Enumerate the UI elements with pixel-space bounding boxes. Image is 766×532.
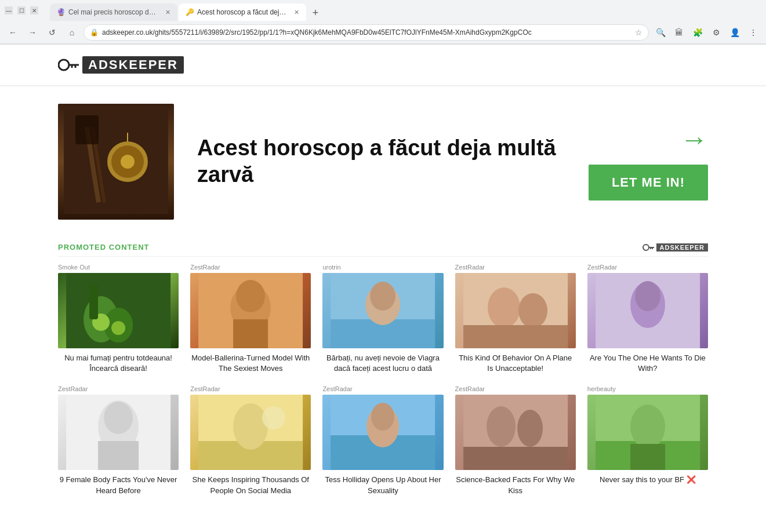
tab2-favicon: 🔑 — [186, 8, 194, 16]
content-item-9[interactable]: ZestRadar Science-Backed Facts For Why W… — [455, 385, 576, 495]
promoted-section: PROMOTED CONTENT ADSKEEPER Smoke Out — [0, 237, 766, 502]
svg-point-49 — [517, 410, 543, 447]
title-1: Nu mai fumați pentru totdeauna! Încearcă… — [58, 353, 179, 374]
forward-button[interactable]: → — [24, 24, 41, 41]
adskeeper-logo-small: ADSKEEPER — [642, 243, 708, 252]
content-item-7[interactable]: ZestRadar She Keeps Inspiring Thousands … — [190, 385, 311, 495]
hero-cta: → LET ME IN! — [589, 123, 708, 201]
svg-point-7 — [121, 155, 135, 169]
promoted-label: PROMOTED CONTENT — [58, 243, 150, 252]
lock-icon: 🔒 — [90, 28, 99, 37]
tab2-close-icon[interactable]: ✕ — [294, 9, 299, 16]
title-6: 9 Female Body Facts You've Never Heard B… — [58, 475, 179, 495]
content-item-10[interactable]: herbeauty Never say this to your BF ❌ — [587, 385, 708, 495]
zoom-button[interactable]: 🔍 — [652, 24, 669, 41]
svg-rect-54 — [630, 444, 665, 470]
tabs-bar: 🔮 Cel mai precis horoscop de la D... ✕ 🔑… — [45, 0, 328, 21]
svg-point-41 — [233, 403, 268, 450]
title-4: This Kind Of Behavior On A Plane Is Unac… — [455, 353, 576, 374]
site-header: ADSKEEPER — [0, 45, 766, 86]
page-content: ADSKEEPER Acest horoscop a făcut d — [0, 45, 766, 525]
logo: ADSKEEPER — [58, 56, 708, 74]
logo-text: ADSKEEPER — [82, 56, 184, 74]
content-item-2[interactable]: ZestRadar Model-Ballerina-Turned Model W… — [190, 264, 311, 374]
svg-point-22 — [236, 280, 265, 312]
browser-toolbar: ← → ↺ ⌂ 🔒 adskeeper.co.uk/ghits/5557211/… — [0, 21, 766, 44]
hero-arrow-icon: → — [680, 123, 708, 155]
thumb-4 — [455, 273, 576, 348]
back-button[interactable]: ← — [5, 24, 21, 41]
source-10: herbeauty — [587, 385, 708, 392]
svg-point-29 — [488, 287, 520, 328]
thumb-2 — [190, 273, 311, 348]
address-text: adskeeper.co.uk/ghits/5557211/i/63989/2/… — [102, 28, 631, 37]
thumb-3 — [322, 273, 443, 348]
tab1-close-icon[interactable]: ✕ — [165, 9, 170, 16]
svg-point-34 — [635, 281, 660, 311]
close-button[interactable]: ✕ — [30, 6, 38, 14]
svg-rect-31 — [463, 325, 568, 348]
content-item-6[interactable]: ZestRadar 9 Female Body Facts You've Nev… — [58, 385, 179, 495]
thumb-5 — [587, 273, 708, 348]
svg-rect-19 — [89, 285, 98, 319]
tab2-label: Acest horoscop a făcut deja mul... — [197, 8, 288, 16]
title-2: Model-Ballerina-Turned Model With The Se… — [190, 353, 311, 374]
minimize-button[interactable]: — — [5, 6, 13, 14]
svg-rect-38 — [98, 441, 139, 470]
extensions-button[interactable]: 🧩 — [689, 24, 706, 41]
browser-chrome: — ☐ ✕ 🔮 Cel mai precis horoscop de la D.… — [0, 0, 766, 45]
thumb-7 — [190, 395, 311, 470]
toolbar-right: 🔍 🏛 🧩 ⚙ 👤 ⋮ — [652, 24, 761, 41]
tab-horoscop2[interactable]: 🔑 Acest horoscop a făcut deja mul... ✕ — [179, 3, 306, 21]
content-item-3[interactable]: urotrin Bărbați, nu aveți nevoie de Viag… — [322, 264, 443, 374]
tab-horoscop1[interactable]: 🔮 Cel mai precis horoscop de la D... ✕ — [50, 3, 177, 21]
hero-image-inner — [58, 104, 174, 220]
history-button[interactable]: 🏛 — [671, 24, 687, 41]
svg-point-30 — [518, 293, 547, 328]
content-grid-row1: Smoke Out Nu mai fumați pentru totdeauna… — [58, 264, 708, 374]
svg-rect-9 — [75, 115, 99, 144]
source-9: ZestRadar — [455, 385, 576, 392]
title-7: She Keeps Inspiring Thousands Of People … — [190, 475, 311, 495]
profile-button[interactable]: 👤 — [727, 24, 743, 41]
source-4: ZestRadar — [455, 264, 576, 271]
new-tab-button[interactable]: + — [307, 5, 324, 21]
title-10: Never say this to your BF ❌ — [587, 475, 708, 485]
svg-rect-50 — [463, 447, 568, 470]
content-grid-row2: ZestRadar 9 Female Body Facts You've Nev… — [58, 385, 708, 495]
content-item-8[interactable]: ZestRadar Tess Holliday Opens Up About H… — [322, 385, 443, 495]
title-8: Tess Holliday Opens Up About Her Sexuali… — [322, 475, 443, 495]
svg-point-48 — [487, 406, 515, 447]
svg-point-27 — [370, 282, 395, 311]
settings-button[interactable]: ⚙ — [708, 24, 724, 41]
source-1: Smoke Out — [58, 264, 179, 271]
source-8: ZestRadar — [322, 385, 443, 392]
window-controls: — ☐ ✕ — [5, 6, 38, 14]
title-bar: — ☐ ✕ 🔮 Cel mai precis horoscop de la D.… — [0, 0, 766, 21]
tab1-label: Cel mai precis horoscop de la D... — [68, 8, 159, 16]
content-item-5[interactable]: ZestRadar Are You The One He Wants To Di… — [587, 264, 708, 374]
source-6: ZestRadar — [58, 385, 179, 392]
maximize-button[interactable]: ☐ — [17, 6, 26, 14]
svg-rect-23 — [233, 319, 268, 348]
menu-button[interactable]: ⋮ — [745, 24, 761, 41]
let-me-in-button[interactable]: LET ME IN! — [589, 165, 708, 201]
key-svg — [58, 58, 79, 72]
svg-point-10 — [643, 245, 649, 250]
svg-point-53 — [630, 405, 665, 449]
hero-image — [58, 104, 174, 220]
star-icon[interactable]: ☆ — [635, 28, 642, 37]
small-key-icon — [642, 243, 654, 252]
svg-point-0 — [59, 60, 69, 70]
content-item-1[interactable]: Smoke Out Nu mai fumați pentru totdeauna… — [58, 264, 179, 374]
reload-button[interactable]: ↺ — [44, 24, 60, 41]
content-item-4[interactable]: ZestRadar This Kind Of Behavior On A Pla… — [455, 264, 576, 374]
thumb-10 — [587, 395, 708, 470]
hero-section: Acest horoscop a făcut deja multă zarvă … — [0, 86, 766, 237]
hero-title: Acest horoscop a făcut deja multă zarvă — [197, 135, 565, 188]
source-7: ZestRadar — [190, 385, 311, 392]
address-bar[interactable]: 🔒 adskeeper.co.uk/ghits/5557211/i/63989/… — [84, 24, 649, 41]
home-button[interactable]: ⌂ — [64, 24, 80, 41]
thumb-8 — [322, 395, 443, 470]
svg-point-42 — [262, 406, 285, 429]
